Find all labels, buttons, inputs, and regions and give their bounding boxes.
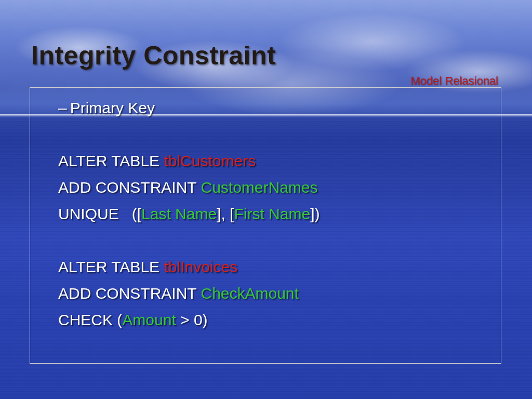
slide: Integrity Constraint Model Relasional –P… xyxy=(0,0,532,399)
ident-tblinvoices: tblInvoices xyxy=(164,258,237,275)
ident-last-name: Last Name xyxy=(141,205,217,222)
ident-first-name: First Name xyxy=(234,205,310,222)
bullet-label: Primary Key xyxy=(70,99,155,116)
bullet-primary-key: –Primary Key xyxy=(58,95,501,121)
kw-unique-open: UNIQUE ([ xyxy=(58,205,141,222)
ident-amount: Amount xyxy=(122,311,176,328)
code1-line2: ADD CONSTRAINT CustomerNames xyxy=(58,174,501,201)
code2-line3: CHECK (Amount > 0) xyxy=(58,307,501,333)
kw-add-constraint-2: ADD CONSTRAINT xyxy=(58,285,201,302)
code1-line1: ALTER TABLE tblCustomers xyxy=(58,148,501,174)
blank-line-2 xyxy=(58,227,501,254)
code2-line1: ALTER TABLE tblInvoices xyxy=(58,254,501,280)
slide-body: –Primary Key ALTER TABLE tblCustomers AD… xyxy=(58,95,501,333)
kw-alter-table: ALTER TABLE xyxy=(58,152,164,169)
check-close: > 0) xyxy=(176,311,208,328)
kw-alter-table-2: ALTER TABLE xyxy=(58,258,164,275)
code2-line2: ADD CONSTRAINT CheckAmount xyxy=(58,280,501,307)
code1-line3: UNIQUE ([Last Name], [First Name]) xyxy=(58,201,501,227)
blank-line xyxy=(58,121,501,148)
ident-tblcustomers: tblCustomers xyxy=(164,152,256,169)
ident-checkamount: CheckAmount xyxy=(201,285,298,302)
bracket-close: ]) xyxy=(310,205,320,222)
kw-add-constraint: ADD CONSTRAINT xyxy=(58,179,201,196)
bracket-sep: ], [ xyxy=(217,205,234,222)
ident-customernames: CustomerNames xyxy=(201,179,317,196)
slide-title: Integrity Constraint xyxy=(31,41,276,71)
kw-check-open: CHECK ( xyxy=(58,311,122,328)
bullet-dash: – xyxy=(58,99,67,116)
slide-subtitle: Model Relasional xyxy=(410,74,498,88)
